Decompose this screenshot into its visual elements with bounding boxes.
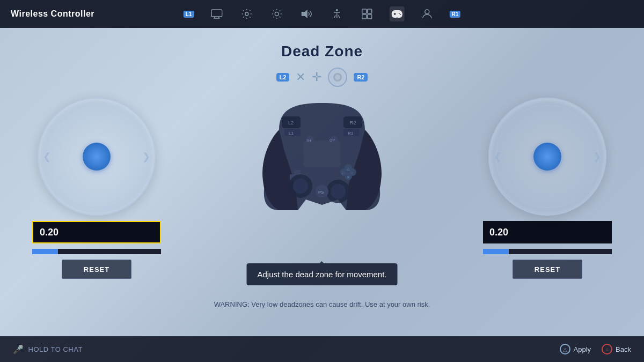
svg-rect-16 (362, 9, 366, 13)
svg-rect-17 (367, 9, 371, 13)
main-content: Dead Zone L2 ✕ ✛ R2 ❮ ❯ 0.20 RESET (0, 28, 644, 336)
audio-icon[interactable] (299, 6, 314, 21)
circle-button-icon[interactable] (328, 68, 347, 87)
apply-label: Apply (574, 345, 591, 353)
gear-icon[interactable] (239, 6, 254, 21)
bottom-bar: 🎤 HOLD TO CHAT △ Apply ○ Back (0, 336, 644, 362)
network-icon[interactable] (359, 6, 374, 21)
svg-line-10 (273, 11, 274, 12)
chat-label: HOLD TO CHAT (28, 345, 83, 353)
l2-badge[interactable]: L2 (276, 73, 290, 82)
svg-point-15 (335, 9, 338, 11)
left-chevron-icon: ❮ (43, 151, 51, 162)
button-strip: L2 ✕ ✛ R2 (276, 68, 368, 87)
left-deadzone-bar (32, 249, 161, 254)
svg-point-4 (245, 12, 248, 16)
right-deadzone-bar (483, 249, 612, 254)
back-badge: ○ (602, 344, 612, 354)
right-joystick-chevron-right-icon: ❯ (593, 151, 601, 162)
app-title: Wireless Controller (11, 9, 94, 19)
svg-point-26 (335, 75, 340, 80)
controller-image: L2 R2 L1 R1 △ □ (231, 87, 413, 228)
svg-text:PS: PS (318, 190, 324, 195)
svg-line-12 (273, 17, 274, 18)
r2-badge[interactable]: R2 (354, 73, 368, 82)
accessibility-icon[interactable] (329, 6, 344, 21)
right-joystick-ring: ❮ ❯ (488, 98, 606, 216)
warning-text: WARNING: Very low deadzones can cause dr… (214, 300, 430, 308)
navbar-icons: L1 (184, 6, 460, 21)
svg-text:✕: ✕ (347, 175, 350, 179)
tooltip-text: Adjust the dead zone for movement. (258, 270, 387, 279)
r1-badge[interactable]: R1 (449, 11, 460, 18)
chat-section: 🎤 HOLD TO CHAT (13, 344, 83, 354)
monitor-icon[interactable] (209, 6, 224, 21)
svg-point-24 (425, 10, 429, 14)
svg-text:L2: L2 (288, 120, 294, 125)
tooltip: Adjust the dead zone for movement. (247, 263, 398, 285)
page-title: Dead Zone (281, 43, 363, 60)
left-joystick-area: ❮ ❯ 0.20 RESET (32, 98, 161, 279)
back-label: Back (616, 345, 631, 353)
svg-text:R2: R2 (350, 120, 356, 125)
svg-text:R1: R1 (348, 131, 354, 136)
right-joystick-chevron-left-icon: ❮ (494, 151, 502, 162)
left-joystick-ring: ❮ ❯ (38, 98, 156, 216)
right-reset-button[interactable]: RESET (513, 260, 582, 279)
svg-text:SH: SH (306, 139, 311, 142)
left-deadzone-fill (32, 249, 58, 254)
svg-point-5 (275, 12, 279, 16)
right-joystick-dot (533, 143, 561, 171)
svg-point-22 (398, 13, 399, 14)
svg-line-13 (279, 11, 280, 12)
svg-text:○: ○ (351, 171, 353, 175)
chat-icon: 🎤 (13, 344, 24, 354)
right-joystick-area: ❮ ❯ 0.20 RESET (483, 98, 612, 279)
right-chevron-icon: ❯ (142, 151, 150, 162)
dpad-icon[interactable]: ✛ (312, 70, 321, 84)
svg-rect-27 (303, 141, 341, 167)
svg-text:L1: L1 (289, 131, 294, 136)
svg-marker-14 (301, 10, 307, 18)
svg-rect-0 (211, 10, 222, 17)
back-action[interactable]: ○ Back (602, 344, 631, 354)
left-deadzone-input[interactable]: 0.20 (32, 221, 161, 243)
l1-badge[interactable]: L1 (184, 11, 194, 18)
right-deadzone-value: 0.20 (489, 227, 508, 238)
svg-rect-19 (367, 14, 371, 19)
user-icon[interactable] (419, 6, 434, 21)
right-deadzone-fill (483, 249, 509, 254)
bottom-actions: △ Apply ○ Back (560, 344, 631, 354)
svg-point-51 (331, 184, 346, 199)
right-deadzone-input[interactable]: 0.20 (483, 221, 612, 243)
svg-text:OP: OP (330, 138, 335, 142)
svg-line-11 (279, 17, 280, 18)
svg-rect-18 (362, 14, 366, 19)
brightness-icon[interactable] (269, 6, 284, 21)
svg-point-49 (293, 179, 308, 194)
left-deadzone-value: 0.20 (40, 227, 58, 238)
left-joystick-dot (83, 143, 111, 171)
x-button-icon[interactable]: ✕ (296, 70, 305, 84)
apply-badge: △ (560, 344, 570, 354)
apply-action[interactable]: △ Apply (560, 344, 591, 354)
left-reset-button[interactable]: RESET (62, 260, 131, 279)
svg-point-23 (399, 14, 400, 15)
gamepad-icon[interactable] (389, 6, 404, 21)
navbar: Wireless Controller L1 (0, 0, 644, 28)
